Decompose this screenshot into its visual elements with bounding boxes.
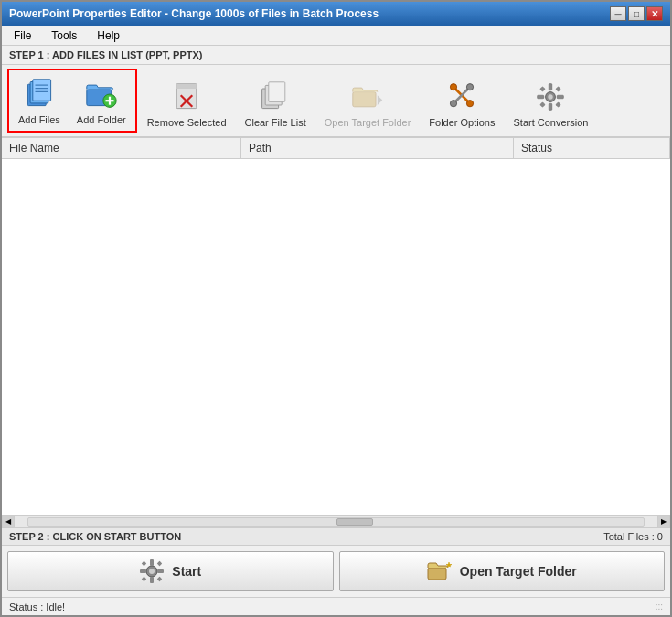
start-icon: [139, 558, 165, 584]
svg-rect-42: [157, 561, 163, 567]
svg-rect-40: [157, 569, 164, 573]
svg-rect-32: [556, 86, 561, 91]
svg-point-26: [549, 94, 553, 99]
add-files-button[interactable]: Add Files: [10, 71, 69, 130]
highlighted-group: Add Files Add Folder: [7, 69, 137, 133]
remove-selected-label: Remove Selected: [147, 117, 227, 128]
remove-selected-button[interactable]: Remove Selected: [139, 74, 235, 133]
svg-rect-28: [549, 103, 553, 110]
menu-help[interactable]: Help: [89, 27, 128, 43]
column-status: Status: [514, 138, 670, 158]
svg-point-36: [149, 569, 155, 574]
column-filename: File Name: [2, 138, 241, 158]
horizontal-scrollbar[interactable]: ◀ ▶: [2, 515, 670, 527]
status-text: Status : Idle!: [9, 601, 65, 612]
remove-selected-icon: [168, 79, 205, 115]
start-conversion-icon: [532, 79, 569, 115]
resize-grip: :::: [656, 601, 663, 612]
svg-rect-11: [176, 84, 197, 89]
svg-rect-27: [549, 84, 553, 90]
close-button[interactable]: ✕: [646, 6, 663, 21]
scrollbar-track[interactable]: [27, 517, 645, 527]
add-files-label: Add Files: [18, 114, 60, 125]
add-folder-button[interactable]: Add Folder: [69, 71, 134, 130]
file-list-body[interactable]: [2, 159, 670, 515]
add-folder-label: Add Folder: [77, 114, 126, 125]
svg-rect-45: [428, 568, 446, 580]
svg-rect-33: [540, 101, 546, 107]
menu-file[interactable]: File: [5, 27, 39, 43]
step1-label: STEP 1 : ADD FILES IN LIST (PPT, PPTX): [2, 46, 670, 65]
svg-rect-38: [150, 577, 154, 583]
svg-rect-41: [142, 561, 147, 567]
clear-file-list-label: Clear File List: [245, 117, 306, 128]
column-path: Path: [241, 138, 514, 158]
file-list-header: File Name Path Status: [2, 138, 670, 159]
svg-rect-43: [142, 577, 147, 582]
add-folder-icon: [83, 76, 120, 112]
clear-file-list-button[interactable]: Clear File List: [237, 74, 315, 133]
start-conversion-button[interactable]: Start Conversion: [505, 74, 596, 133]
svg-rect-39: [140, 569, 146, 573]
scroll-right-arrow[interactable]: ▶: [657, 516, 670, 528]
folder-options-label: Folder Options: [429, 117, 495, 128]
svg-rect-29: [538, 95, 544, 99]
add-files-icon: [21, 76, 58, 112]
window-controls: ─ □ ✕: [610, 6, 663, 21]
step2-bar: STEP 2 : CLICK ON START BUTTON Total Fil…: [2, 527, 670, 546]
scrollbar-thumb[interactable]: [336, 518, 373, 526]
svg-rect-31: [540, 86, 546, 91]
menu-bar: File Tools Help: [2, 26, 670, 46]
svg-marker-18: [378, 95, 382, 105]
step2-label: STEP 2 : CLICK ON START BUTTON: [9, 531, 181, 542]
svg-rect-16: [269, 82, 285, 102]
clear-file-list-icon: [257, 79, 293, 115]
svg-point-24: [451, 101, 457, 107]
title-bar: PowerPoint Properties Editor - Change 10…: [2, 2, 670, 26]
open-target-folder-toolbar-button[interactable]: Open Target Folder: [316, 74, 420, 133]
svg-rect-30: [558, 95, 564, 99]
file-list-container: File Name Path Status ◀ ▶: [2, 138, 670, 527]
start-label: Start: [172, 564, 201, 579]
open-folder-icon: [427, 558, 453, 584]
status-bar: Status : Idle! :::: [2, 597, 670, 615]
bottom-buttons: Start Open Target Folder: [2, 546, 670, 597]
main-window: PowerPoint Properties Editor - Change 10…: [0, 0, 672, 617]
menu-tools[interactable]: Tools: [43, 27, 85, 43]
svg-point-21: [451, 84, 457, 90]
window-title: PowerPoint Properties Editor - Change 10…: [9, 7, 379, 20]
svg-rect-2: [33, 80, 51, 101]
open-target-folder-toolbar-icon: [349, 79, 386, 115]
open-target-folder-label: Open Target Folder: [460, 564, 577, 579]
start-button[interactable]: Start: [7, 551, 334, 591]
scroll-left-arrow[interactable]: ◀: [2, 516, 15, 528]
svg-rect-44: [157, 577, 163, 582]
maximize-button[interactable]: □: [628, 6, 645, 21]
file-list-scroll-area: [2, 159, 670, 515]
svg-point-23: [467, 84, 474, 90]
minimize-button[interactable]: ─: [610, 6, 626, 21]
start-conversion-label: Start Conversion: [513, 117, 588, 128]
folder-options-icon: [443, 79, 480, 115]
svg-point-22: [467, 101, 474, 107]
total-files: Total Files : 0: [603, 531, 663, 542]
svg-rect-37: [150, 559, 154, 566]
svg-rect-17: [353, 92, 376, 107]
open-target-folder-toolbar-label: Open Target Folder: [325, 117, 411, 128]
toolbar: Add Files Add Folder: [2, 65, 670, 138]
svg-rect-34: [556, 101, 561, 107]
open-target-folder-button[interactable]: Open Target Folder: [339, 551, 666, 591]
folder-options-button[interactable]: Folder Options: [421, 74, 503, 133]
